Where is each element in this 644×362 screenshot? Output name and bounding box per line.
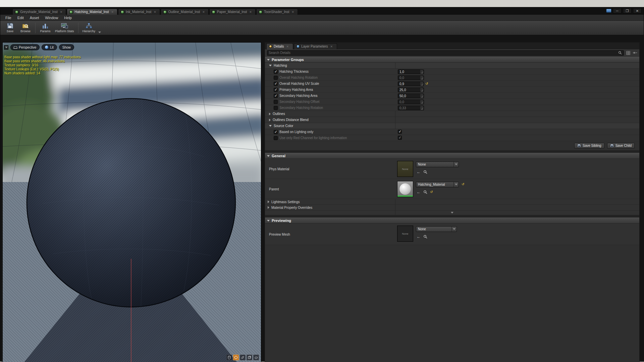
close-button[interactable]: ✕: [633, 8, 642, 13]
general-header[interactable]: General: [265, 153, 639, 159]
material-property-overrides-row[interactable]: Material Property Overrides: [265, 205, 639, 210]
browse-to-asset-icon[interactable]: [423, 190, 427, 194]
material-sphere-icon: [399, 183, 411, 195]
close-icon[interactable]: ✕: [330, 45, 333, 48]
close-icon[interactable]: ✕: [249, 10, 252, 14]
param-override-checkbox[interactable]: [274, 106, 278, 110]
param-override-checkbox[interactable]: [274, 70, 278, 74]
slider-grip-icon[interactable]: [420, 70, 423, 74]
save-button[interactable]: Save: [2, 21, 18, 35]
cube-shape-button[interactable]: [247, 355, 252, 360]
display-filter-icon[interactable]: [626, 51, 631, 55]
perspective-button[interactable]: Perspective: [10, 44, 40, 50]
slider-grip-icon[interactable]: [420, 82, 423, 86]
group-source-color[interactable]: Source Color: [265, 123, 639, 129]
doc-tab-toonshader[interactable]: ToonShader_Inst ✕: [256, 9, 298, 15]
preview-mesh-thumbnail[interactable]: None: [397, 226, 413, 242]
search-box[interactable]: [267, 50, 624, 56]
minimize-button[interactable]: ─: [613, 8, 622, 13]
view-options-eye-icon[interactable]: [633, 51, 637, 55]
doc-tab-outline[interactable]: Outline_Material_Inst ✕: [161, 9, 209, 15]
slider-grip-icon[interactable]: [420, 88, 423, 92]
doc-tab-paper[interactable]: Paper_Material_Inst ✕: [209, 9, 256, 15]
param-override-checkbox[interactable]: [274, 76, 278, 80]
close-icon[interactable]: ✕: [286, 45, 289, 48]
parameter-groups-header[interactable]: Parameter Groups: [265, 57, 639, 63]
phys-material-thumbnail[interactable]: None: [397, 161, 413, 177]
slider-grip-icon[interactable]: [420, 76, 423, 80]
menu-edit[interactable]: Edit: [14, 16, 27, 20]
sphere-shape-button[interactable]: [233, 355, 239, 360]
reset-to-default-icon[interactable]: ↺: [462, 183, 464, 186]
browse-to-asset-icon[interactable]: [423, 170, 427, 174]
menu-file[interactable]: File: [2, 16, 14, 20]
param-value-field[interactable]: 0,0: [398, 75, 424, 80]
cylinder-shape-button[interactable]: [226, 355, 232, 360]
search-input[interactable]: [269, 51, 618, 55]
preview-viewport[interactable]: Perspective Lit Show Base pass shader wi…: [2, 42, 261, 362]
custom-mesh-shape-button[interactable]: [253, 355, 259, 360]
show-button[interactable]: Show: [59, 44, 74, 50]
preview-mesh-dropdown[interactable]: None: [416, 226, 457, 232]
doc-tab-ink[interactable]: Ink_Material_Inst ✕: [118, 9, 160, 15]
param-value-checkbox[interactable]: [398, 130, 402, 134]
section-gap: [265, 150, 639, 153]
menu-asset[interactable]: Asset: [27, 16, 42, 20]
parent-material-thumbnail[interactable]: [397, 181, 413, 197]
browse-to-asset-icon[interactable]: [423, 235, 427, 239]
params-button[interactable]: Params: [38, 21, 53, 35]
viewport-options-button[interactable]: [4, 45, 8, 50]
parent-dropdown[interactable]: Hatching_Material: [416, 182, 459, 187]
platform-stats-button[interactable]: Platform Stats: [53, 21, 76, 35]
close-icon[interactable]: ✕: [111, 10, 114, 14]
doc-tab-hatching[interactable]: Hatching_Material_Inst ✕: [67, 9, 117, 15]
reset-to-default-icon[interactable]: ↺: [430, 190, 433, 194]
lightmass-settings-row[interactable]: Lightmass Settings: [265, 199, 639, 205]
param-override-checkbox[interactable]: [274, 94, 278, 98]
param-override-checkbox[interactable]: [274, 82, 278, 86]
param-value-field[interactable]: 50,0: [398, 94, 424, 98]
param-override-checkbox[interactable]: [274, 88, 278, 92]
param-value-field[interactable]: 25,0: [398, 87, 424, 92]
slider-grip-icon[interactable]: [420, 106, 423, 110]
slider-grip-icon[interactable]: [420, 100, 423, 104]
param-value: 1,0: [398, 70, 420, 74]
details-scroll-area[interactable]: Parameter Groups Hatching Hatching Thick…: [265, 57, 639, 362]
param-override-checkbox[interactable]: [274, 100, 278, 104]
advanced-expander[interactable]: [265, 210, 639, 215]
previewing-header[interactable]: Previewing: [265, 218, 639, 224]
slider-grip-icon[interactable]: [420, 94, 423, 98]
param-value-field[interactable]: 1,0: [398, 69, 424, 74]
param-value-field[interactable]: 0,33: [398, 106, 424, 110]
param-override-checkbox[interactable]: [274, 136, 278, 140]
param-value-checkbox[interactable]: [398, 136, 402, 140]
menu-window[interactable]: Window: [42, 16, 61, 20]
save-sibling-button[interactable]: Save Sibling: [574, 143, 604, 148]
group-outlines[interactable]: Outlines: [265, 111, 639, 117]
use-selected-asset-icon[interactable]: ←: [417, 235, 421, 239]
param-value-field[interactable]: 0,0: [398, 100, 424, 104]
plane-shape-button[interactable]: [240, 355, 246, 360]
doc-tab-greyshade[interactable]: Greyshade_Material_Inst ✕: [12, 9, 66, 15]
use-selected-asset-icon[interactable]: ←: [417, 190, 421, 194]
reset-to-default-icon[interactable]: ↺: [425, 82, 428, 85]
browse-button[interactable]: Browse: [18, 21, 33, 35]
phys-material-dropdown[interactable]: None: [416, 162, 459, 167]
restore-button[interactable]: ❐: [623, 8, 632, 13]
tab-details[interactable]: Details ✕: [266, 43, 293, 49]
use-selected-asset-icon[interactable]: ←: [417, 170, 421, 174]
close-icon[interactable]: ✕: [154, 10, 156, 14]
hierarchy-button[interactable]: Hierarchy: [80, 21, 98, 35]
menu-help[interactable]: Help: [61, 16, 75, 20]
save-child-button[interactable]: Save Child: [607, 143, 635, 148]
close-icon[interactable]: ✕: [60, 10, 63, 14]
close-icon[interactable]: ✕: [202, 10, 205, 14]
group-outlines-distance-blend[interactable]: Outlines Distance Blend: [265, 117, 639, 123]
close-icon[interactable]: ✕: [292, 10, 294, 14]
hierarchy-dropdown-caret[interactable]: [97, 21, 102, 35]
param-override-checkbox[interactable]: [274, 130, 278, 134]
param-value-field[interactable]: 0,9: [398, 81, 424, 86]
lit-mode-button[interactable]: Lit: [42, 44, 57, 50]
group-hatching[interactable]: Hatching: [265, 63, 639, 69]
tab-layer-parameters[interactable]: Layer Parameters ✕: [294, 43, 337, 49]
